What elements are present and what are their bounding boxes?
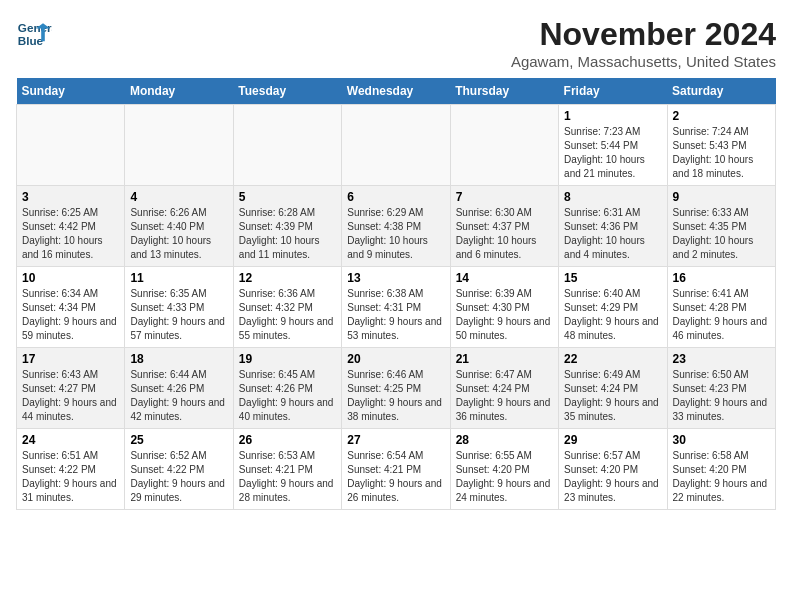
day-number: 30 <box>673 433 770 447</box>
calendar-cell: 30Sunrise: 6:58 AM Sunset: 4:20 PM Dayli… <box>667 429 775 510</box>
calendar-cell: 15Sunrise: 6:40 AM Sunset: 4:29 PM Dayli… <box>559 267 667 348</box>
day-info: Sunrise: 6:31 AM Sunset: 4:36 PM Dayligh… <box>564 206 661 262</box>
day-number: 11 <box>130 271 227 285</box>
day-info: Sunrise: 6:34 AM Sunset: 4:34 PM Dayligh… <box>22 287 119 343</box>
day-number: 23 <box>673 352 770 366</box>
calendar-week-row: 10Sunrise: 6:34 AM Sunset: 4:34 PM Dayli… <box>17 267 776 348</box>
calendar-cell: 5Sunrise: 6:28 AM Sunset: 4:39 PM Daylig… <box>233 186 341 267</box>
day-number: 8 <box>564 190 661 204</box>
calendar-cell: 20Sunrise: 6:46 AM Sunset: 4:25 PM Dayli… <box>342 348 450 429</box>
calendar-cell: 17Sunrise: 6:43 AM Sunset: 4:27 PM Dayli… <box>17 348 125 429</box>
day-number: 29 <box>564 433 661 447</box>
calendar-cell: 9Sunrise: 6:33 AM Sunset: 4:35 PM Daylig… <box>667 186 775 267</box>
calendar-cell: 7Sunrise: 6:30 AM Sunset: 4:37 PM Daylig… <box>450 186 558 267</box>
day-info: Sunrise: 6:39 AM Sunset: 4:30 PM Dayligh… <box>456 287 553 343</box>
calendar-cell: 29Sunrise: 6:57 AM Sunset: 4:20 PM Dayli… <box>559 429 667 510</box>
calendar-cell: 25Sunrise: 6:52 AM Sunset: 4:22 PM Dayli… <box>125 429 233 510</box>
calendar-cell: 24Sunrise: 6:51 AM Sunset: 4:22 PM Dayli… <box>17 429 125 510</box>
weekday-header-saturday: Saturday <box>667 78 775 105</box>
calendar-cell: 4Sunrise: 6:26 AM Sunset: 4:40 PM Daylig… <box>125 186 233 267</box>
day-number: 4 <box>130 190 227 204</box>
calendar-cell: 26Sunrise: 6:53 AM Sunset: 4:21 PM Dayli… <box>233 429 341 510</box>
day-number: 15 <box>564 271 661 285</box>
calendar-cell: 1Sunrise: 7:23 AM Sunset: 5:44 PM Daylig… <box>559 105 667 186</box>
day-number: 24 <box>22 433 119 447</box>
day-info: Sunrise: 6:49 AM Sunset: 4:24 PM Dayligh… <box>564 368 661 424</box>
day-number: 22 <box>564 352 661 366</box>
page-header: General Blue November 2024 Agawam, Massa… <box>16 16 776 70</box>
calendar-week-row: 3Sunrise: 6:25 AM Sunset: 4:42 PM Daylig… <box>17 186 776 267</box>
day-number: 3 <box>22 190 119 204</box>
weekday-header-monday: Monday <box>125 78 233 105</box>
svg-text:Blue: Blue <box>18 34 44 47</box>
weekday-header-friday: Friday <box>559 78 667 105</box>
calendar-cell: 13Sunrise: 6:38 AM Sunset: 4:31 PM Dayli… <box>342 267 450 348</box>
day-info: Sunrise: 6:35 AM Sunset: 4:33 PM Dayligh… <box>130 287 227 343</box>
calendar-subtitle: Agawam, Massachusetts, United States <box>511 53 776 70</box>
calendar-cell: 2Sunrise: 7:24 AM Sunset: 5:43 PM Daylig… <box>667 105 775 186</box>
day-number: 14 <box>456 271 553 285</box>
calendar-cell: 11Sunrise: 6:35 AM Sunset: 4:33 PM Dayli… <box>125 267 233 348</box>
day-info: Sunrise: 6:57 AM Sunset: 4:20 PM Dayligh… <box>564 449 661 505</box>
day-info: Sunrise: 6:53 AM Sunset: 4:21 PM Dayligh… <box>239 449 336 505</box>
calendar-cell: 16Sunrise: 6:41 AM Sunset: 4:28 PM Dayli… <box>667 267 775 348</box>
calendar-cell: 21Sunrise: 6:47 AM Sunset: 4:24 PM Dayli… <box>450 348 558 429</box>
day-info: Sunrise: 6:33 AM Sunset: 4:35 PM Dayligh… <box>673 206 770 262</box>
day-number: 28 <box>456 433 553 447</box>
day-number: 13 <box>347 271 444 285</box>
day-info: Sunrise: 6:52 AM Sunset: 4:22 PM Dayligh… <box>130 449 227 505</box>
day-number: 25 <box>130 433 227 447</box>
calendar-cell <box>17 105 125 186</box>
calendar-cell: 22Sunrise: 6:49 AM Sunset: 4:24 PM Dayli… <box>559 348 667 429</box>
calendar-cell: 10Sunrise: 6:34 AM Sunset: 4:34 PM Dayli… <box>17 267 125 348</box>
calendar-week-row: 1Sunrise: 7:23 AM Sunset: 5:44 PM Daylig… <box>17 105 776 186</box>
day-info: Sunrise: 6:38 AM Sunset: 4:31 PM Dayligh… <box>347 287 444 343</box>
calendar-week-row: 24Sunrise: 6:51 AM Sunset: 4:22 PM Dayli… <box>17 429 776 510</box>
weekday-header-tuesday: Tuesday <box>233 78 341 105</box>
day-info: Sunrise: 6:44 AM Sunset: 4:26 PM Dayligh… <box>130 368 227 424</box>
day-number: 26 <box>239 433 336 447</box>
day-number: 18 <box>130 352 227 366</box>
calendar-cell <box>342 105 450 186</box>
weekday-header-wednesday: Wednesday <box>342 78 450 105</box>
calendar-cell: 27Sunrise: 6:54 AM Sunset: 4:21 PM Dayli… <box>342 429 450 510</box>
day-number: 7 <box>456 190 553 204</box>
day-info: Sunrise: 6:36 AM Sunset: 4:32 PM Dayligh… <box>239 287 336 343</box>
calendar-cell: 3Sunrise: 6:25 AM Sunset: 4:42 PM Daylig… <box>17 186 125 267</box>
day-info: Sunrise: 6:41 AM Sunset: 4:28 PM Dayligh… <box>673 287 770 343</box>
day-number: 5 <box>239 190 336 204</box>
day-info: Sunrise: 6:54 AM Sunset: 4:21 PM Dayligh… <box>347 449 444 505</box>
calendar-week-row: 17Sunrise: 6:43 AM Sunset: 4:27 PM Dayli… <box>17 348 776 429</box>
calendar-cell <box>125 105 233 186</box>
day-number: 9 <box>673 190 770 204</box>
logo-icon: General Blue <box>16 16 52 52</box>
day-number: 10 <box>22 271 119 285</box>
day-number: 19 <box>239 352 336 366</box>
calendar-cell: 8Sunrise: 6:31 AM Sunset: 4:36 PM Daylig… <box>559 186 667 267</box>
calendar-cell <box>233 105 341 186</box>
calendar-cell: 28Sunrise: 6:55 AM Sunset: 4:20 PM Dayli… <box>450 429 558 510</box>
logo: General Blue <box>16 16 52 52</box>
calendar-cell <box>450 105 558 186</box>
day-number: 17 <box>22 352 119 366</box>
day-info: Sunrise: 6:28 AM Sunset: 4:39 PM Dayligh… <box>239 206 336 262</box>
day-info: Sunrise: 6:25 AM Sunset: 4:42 PM Dayligh… <box>22 206 119 262</box>
day-info: Sunrise: 6:40 AM Sunset: 4:29 PM Dayligh… <box>564 287 661 343</box>
day-info: Sunrise: 6:55 AM Sunset: 4:20 PM Dayligh… <box>456 449 553 505</box>
weekday-header-sunday: Sunday <box>17 78 125 105</box>
day-info: Sunrise: 6:29 AM Sunset: 4:38 PM Dayligh… <box>347 206 444 262</box>
day-number: 20 <box>347 352 444 366</box>
calendar-title: November 2024 <box>511 16 776 53</box>
day-info: Sunrise: 6:45 AM Sunset: 4:26 PM Dayligh… <box>239 368 336 424</box>
day-info: Sunrise: 6:26 AM Sunset: 4:40 PM Dayligh… <box>130 206 227 262</box>
weekday-header-thursday: Thursday <box>450 78 558 105</box>
day-info: Sunrise: 6:51 AM Sunset: 4:22 PM Dayligh… <box>22 449 119 505</box>
day-info: Sunrise: 6:47 AM Sunset: 4:24 PM Dayligh… <box>456 368 553 424</box>
day-number: 6 <box>347 190 444 204</box>
calendar-cell: 12Sunrise: 6:36 AM Sunset: 4:32 PM Dayli… <box>233 267 341 348</box>
day-info: Sunrise: 6:30 AM Sunset: 4:37 PM Dayligh… <box>456 206 553 262</box>
day-info: Sunrise: 6:50 AM Sunset: 4:23 PM Dayligh… <box>673 368 770 424</box>
calendar-cell: 19Sunrise: 6:45 AM Sunset: 4:26 PM Dayli… <box>233 348 341 429</box>
day-number: 12 <box>239 271 336 285</box>
day-info: Sunrise: 6:46 AM Sunset: 4:25 PM Dayligh… <box>347 368 444 424</box>
